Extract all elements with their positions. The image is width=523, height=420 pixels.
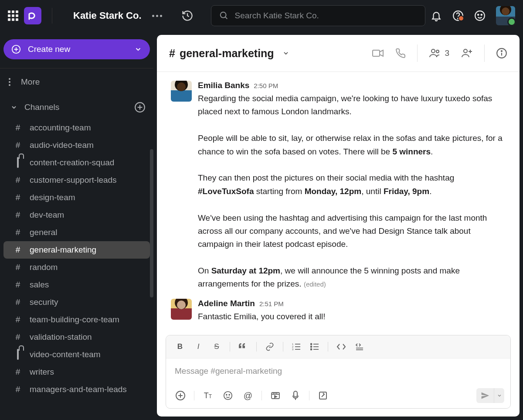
code-block-button[interactable] xyxy=(352,339,367,355)
sidebar-channel-audio-video-team[interactable]: #audio-video-team xyxy=(3,137,150,154)
svg-point-6 xyxy=(481,14,482,16)
channel-label: accounting-team xyxy=(30,123,91,133)
message-text: Fantastic Emilia, you covered it all! xyxy=(198,310,506,323)
sidebar-channel-general[interactable]: #general xyxy=(3,224,150,241)
audio-clip-button[interactable] xyxy=(287,387,304,404)
message-avatar[interactable] xyxy=(171,81,192,102)
channel-title-button[interactable]: # general-marketing xyxy=(169,47,290,60)
sidebar-channel-security[interactable]: #security xyxy=(3,294,150,311)
message-time: 2:51 PM xyxy=(259,300,284,307)
link-button[interactable] xyxy=(262,339,278,355)
message-input[interactable] xyxy=(175,366,502,376)
chevron-down-icon xyxy=(10,104,17,111)
hash-icon: # xyxy=(14,385,22,394)
bullet-list-button[interactable] xyxy=(307,339,323,355)
add-people-icon[interactable] xyxy=(461,48,473,58)
divider xyxy=(194,391,194,400)
emoji-picker-button[interactable] xyxy=(220,387,236,404)
ordered-list-button[interactable]: 123 xyxy=(289,339,304,355)
svg-rect-13 xyxy=(373,50,380,56)
message-author[interactable]: Adeline Martin xyxy=(198,299,255,308)
text-format-button[interactable]: TT xyxy=(200,387,216,404)
message-author[interactable]: Emilia Banks xyxy=(198,81,249,90)
svg-point-17 xyxy=(464,49,467,53)
sidebar-channel-general-marketing[interactable]: #general-marketing xyxy=(3,241,150,259)
apps-grid-icon[interactable] xyxy=(8,10,18,21)
message-avatar[interactable] xyxy=(171,299,192,320)
mention-button[interactable]: @ xyxy=(240,387,256,404)
add-channel-button[interactable] xyxy=(134,102,146,113)
hash-icon: # xyxy=(14,332,22,342)
workspace-more-icon[interactable] xyxy=(152,15,162,17)
sidebar-channel-content-creation-squad[interactable]: content-creation-squad xyxy=(3,154,150,171)
svg-point-33 xyxy=(311,346,312,348)
hash-icon: # xyxy=(14,123,22,133)
sidebar-channel-design-team[interactable]: #design-team xyxy=(3,189,150,206)
hash-icon: # xyxy=(14,280,22,290)
svg-point-22 xyxy=(501,51,502,51)
divider xyxy=(0,68,153,68)
sidebar-channel-sales[interactable]: #sales xyxy=(3,276,150,294)
sidebar-channel-video-content-team[interactable]: video-content-team xyxy=(3,346,150,363)
code-button[interactable] xyxy=(333,339,349,355)
sidebar-channel-customer-support-leads[interactable]: #customer-support-leads xyxy=(3,171,150,189)
strikethrough-button[interactable]: S xyxy=(209,339,224,355)
divider xyxy=(309,391,309,400)
emoji-icon[interactable] xyxy=(474,10,486,21)
people-count-button[interactable]: 3 xyxy=(429,48,449,58)
send-button[interactable] xyxy=(476,388,494,403)
send-button-group xyxy=(476,388,504,403)
hash-icon: # xyxy=(14,263,22,272)
sidebar-channel-managers-and-team-leads[interactable]: #managers-and-team-leads xyxy=(3,381,150,398)
divider xyxy=(283,342,283,352)
svg-point-0 xyxy=(220,12,226,18)
sidebar-channel-writers[interactable]: #writers xyxy=(3,363,150,381)
hash-icon: # xyxy=(14,297,22,307)
sidebar-channel-random[interactable]: #random xyxy=(3,259,150,276)
help-icon[interactable] xyxy=(452,10,464,21)
sidebar-more[interactable]: More xyxy=(0,73,153,91)
top-bar: Katie Stark Co. xyxy=(0,0,523,31)
notifications-icon[interactable] xyxy=(431,10,442,21)
workspace-name[interactable]: Katie Stark Co. xyxy=(73,10,142,21)
attach-button[interactable] xyxy=(172,387,189,404)
hash-icon: # xyxy=(14,315,22,324)
app-logo[interactable] xyxy=(24,7,41,24)
channels-section-header[interactable]: Channels xyxy=(0,91,153,119)
user-avatar[interactable] xyxy=(496,6,515,25)
lock-icon xyxy=(14,158,22,167)
svg-point-34 xyxy=(311,349,312,350)
create-new-button[interactable]: Create new xyxy=(3,39,150,59)
italic-button[interactable]: I xyxy=(190,339,206,355)
svg-line-1 xyxy=(225,17,227,19)
send-options-button[interactable] xyxy=(494,388,504,403)
message: Emilia Banks2:50 PMRegarding the social … xyxy=(171,81,506,291)
shortcuts-button[interactable] xyxy=(315,387,331,404)
hash-icon: # xyxy=(14,175,22,185)
channel-label: writers xyxy=(30,367,54,377)
sidebar-channel-accounting-team[interactable]: #accounting-team xyxy=(3,119,150,137)
channel-label: general xyxy=(30,228,57,237)
hash-icon: # xyxy=(14,210,22,220)
svg-point-40 xyxy=(224,392,232,400)
search-box[interactable] xyxy=(211,5,426,26)
bold-button[interactable]: B xyxy=(172,339,188,355)
scrollbar-thumb[interactable] xyxy=(150,149,153,297)
channel-label: random xyxy=(30,263,58,272)
channel-info-icon[interactable] xyxy=(496,48,507,59)
more-label: More xyxy=(21,77,40,87)
sidebar-channel-team-building-core-team[interactable]: #team-building-core-team xyxy=(3,311,150,328)
history-icon[interactable] xyxy=(181,10,194,22)
channel-label: dev-team xyxy=(30,210,64,220)
phone-call-icon[interactable] xyxy=(395,48,406,58)
search-input[interactable] xyxy=(235,11,418,20)
quote-button[interactable] xyxy=(235,339,251,355)
sidebar-channel-dev-team[interactable]: #dev-team xyxy=(3,206,150,224)
search-icon xyxy=(219,11,229,20)
channel-label: managers-and-team-leads xyxy=(30,385,127,394)
composer-input-wrap xyxy=(166,359,510,384)
channel-label: customer-support-leads xyxy=(30,175,117,185)
video-clip-button[interactable] xyxy=(267,387,284,404)
sidebar-channel-validation-station[interactable]: #validation-station xyxy=(3,328,150,346)
video-call-icon[interactable] xyxy=(372,48,384,58)
